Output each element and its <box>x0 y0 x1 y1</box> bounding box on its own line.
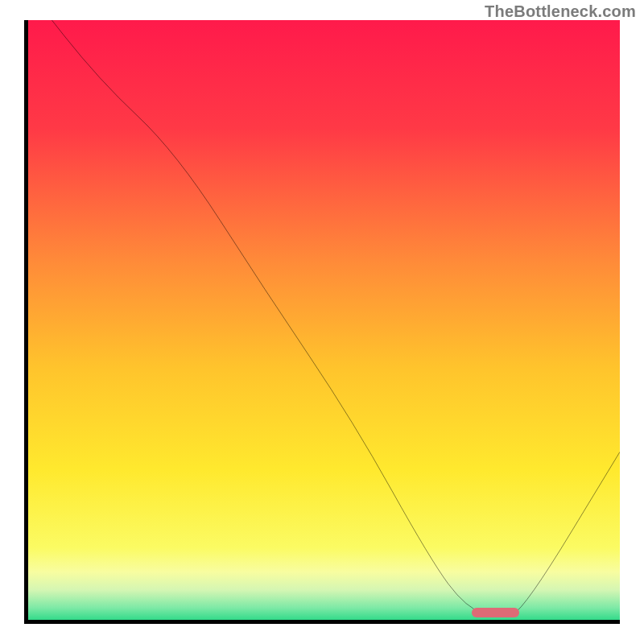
optimal-range-marker <box>472 608 519 617</box>
chart-root: TheBottleneck.com <box>0 0 644 644</box>
bottleneck-curve <box>28 20 620 617</box>
curve-layer <box>28 20 620 620</box>
plot-area <box>24 20 620 624</box>
watermark-text: TheBottleneck.com <box>485 2 636 21</box>
